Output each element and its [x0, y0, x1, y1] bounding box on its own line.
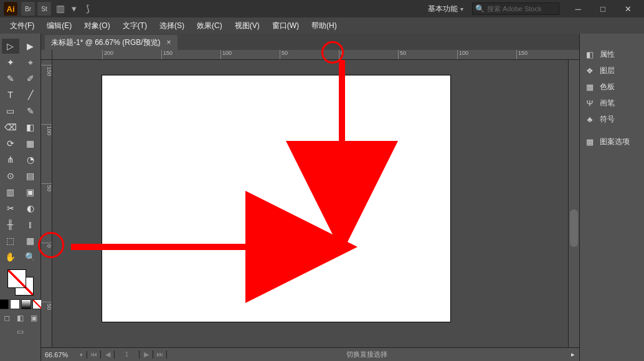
tool-0-0[interactable]: ▷	[2, 39, 19, 54]
gpu-icon[interactable]: ⟆	[81, 2, 95, 16]
search-stock-input[interactable]: 🔍 搜索 Adobe Stock	[472, 2, 559, 15]
menu-object[interactable]: 对象(O)	[78, 17, 116, 34]
tool-7-1[interactable]: ◔	[22, 152, 39, 167]
tool-6-0[interactable]: ⟳	[2, 136, 19, 151]
menu-effect[interactable]: 效果(C)	[191, 17, 229, 34]
ruler-origin[interactable]	[41, 50, 52, 60]
scrollbar-thumb[interactable]	[570, 209, 578, 247]
tab-bar: 未标题-1* @ 66.67% (RGB/预览) ×	[41, 34, 579, 50]
tool-5-0[interactable]: ⌫	[2, 120, 19, 135]
status-hint: 切换直接选择	[167, 350, 567, 359]
panel-brushes[interactable]: Ψ画笔	[580, 95, 644, 111]
tool-8-0[interactable]: ⊙	[2, 168, 19, 183]
fill-swatch[interactable]	[7, 269, 26, 288]
tool-13-1[interactable]: 🔍	[22, 249, 39, 264]
panel-swatches[interactable]: ▦色板	[580, 79, 644, 95]
tool-4-1[interactable]: ✎	[22, 103, 39, 118]
zoom-field[interactable]: 66.67% ▾	[41, 351, 87, 359]
chevron-down-icon[interactable]: ▾	[67, 2, 81, 16]
pattern-icon: ▩	[585, 137, 595, 147]
swatch-white[interactable]	[10, 299, 20, 309]
tool-12-0[interactable]: ⬚	[2, 233, 19, 248]
ruler-horizontal[interactable]: 20015010050050100150	[52, 50, 568, 60]
close-button[interactable]: ✕	[615, 0, 640, 17]
status-bar: 66.67% ▾ ⏮ ◀ 1 ▶ ⏭ 切换直接选择 ▸	[41, 347, 579, 361]
tool-10-0[interactable]: ✂	[2, 201, 19, 216]
artboard-first[interactable]: ⏮	[87, 350, 101, 359]
ruler-h-tick: 50	[280, 50, 288, 60]
titlebar: Ai Br St ▥ ▾ ⟆ 基本功能 ▾ 🔍 搜索 Adobe Stock ─…	[0, 0, 644, 17]
panel-properties[interactable]: ◧属性	[580, 46, 644, 62]
ruler-h-tick: 100	[457, 50, 468, 60]
artboard-prev[interactable]: ◀	[101, 350, 115, 359]
tool-5-1[interactable]: ◧	[22, 120, 39, 135]
status-menu[interactable]: ▸	[567, 350, 579, 359]
search-placeholder: 搜索 Adobe Stock	[487, 4, 541, 14]
ruler-h-tick: 150	[516, 50, 528, 60]
app-logo: Ai	[4, 2, 17, 16]
panel-symbols[interactable]: ♣符号	[580, 111, 644, 127]
tool-2-0[interactable]: ✎	[2, 71, 19, 86]
draw-mode-normal[interactable]: ◻	[1, 313, 12, 323]
draw-mode-inside[interactable]: ▣	[29, 313, 40, 323]
arrange-documents-button[interactable]: ▥	[54, 2, 67, 16]
workspace-switcher[interactable]: 基本功能 ▾	[424, 4, 467, 14]
canvas-viewport[interactable]	[52, 60, 568, 347]
properties-icon: ◧	[585, 50, 595, 59]
menu-view[interactable]: 视图(V)	[229, 17, 266, 34]
menu-window[interactable]: 窗口(W)	[266, 17, 305, 34]
menu-help[interactable]: 帮助(H)	[305, 17, 343, 34]
stock-button[interactable]: St	[37, 2, 51, 16]
bridge-button[interactable]: Br	[21, 2, 35, 16]
ruler-vertical[interactable]: 15010050050	[41, 60, 52, 347]
toolbox: ▷▶✦⌖✎✐T╱▭✎⌫◧⟳▦⋔◔⊙▤▥▣✂◐╫⫿⬚▦✋🔍 ◻ ◧ ▣ ▭	[0, 34, 41, 361]
tool-10-1[interactable]: ◐	[22, 201, 39, 216]
tool-1-1[interactable]: ⌖	[22, 55, 39, 70]
tool-7-0[interactable]: ⋔	[2, 152, 19, 167]
document-tab[interactable]: 未标题-1* @ 66.67% (RGB/预览) ×	[45, 35, 178, 50]
ruler-h-tick: 100	[220, 50, 232, 60]
minimize-button[interactable]: ─	[566, 0, 590, 17]
artboard-field[interactable]: 1	[115, 350, 140, 359]
tool-6-1[interactable]: ▦	[22, 136, 39, 151]
vertical-scrollbar[interactable]	[568, 60, 579, 347]
tool-12-1[interactable]: ▦	[22, 233, 39, 248]
tool-3-1[interactable]: ╱	[22, 87, 39, 102]
screen-mode-button[interactable]: ▭	[15, 327, 26, 337]
swatch-gradient[interactable]	[21, 299, 31, 309]
tool-9-1[interactable]: ▣	[22, 185, 39, 200]
draw-mode-behind[interactable]: ◧	[15, 313, 26, 323]
ruler-v-tick: 150	[41, 65, 52, 76]
tool-11-1[interactable]: ⫿	[22, 217, 39, 232]
right-panel-dock: ◧属性 ❖图层 ▦色板 Ψ画笔 ♣符号 ▩图案选项	[579, 34, 644, 361]
panel-layers[interactable]: ❖图层	[580, 62, 644, 79]
tool-9-0[interactable]: ▥	[2, 185, 19, 200]
menu-type[interactable]: 文字(T)	[116, 17, 153, 34]
ruler-v-tick: 100	[41, 124, 52, 135]
swatch-black[interactable]	[0, 299, 9, 309]
tab-close-icon[interactable]: ×	[167, 38, 171, 47]
tool-13-0[interactable]: ✋	[2, 249, 19, 264]
tool-8-1[interactable]: ▤	[22, 168, 39, 183]
artboard-last[interactable]: ⏭	[153, 350, 167, 359]
panel-pattern-options[interactable]: ▩图案选项	[580, 133, 644, 150]
menu-select[interactable]: 选择(S)	[153, 17, 191, 34]
brushes-icon: Ψ	[585, 99, 595, 108]
ruler-h-tick: 0	[339, 50, 344, 60]
maximize-button[interactable]: □	[590, 0, 615, 17]
tool-4-0[interactable]: ▭	[2, 103, 19, 118]
search-icon: 🔍	[475, 4, 485, 13]
tool-1-0[interactable]: ✦	[2, 55, 19, 70]
color-well[interactable]	[7, 269, 34, 296]
menu-file[interactable]: 文件(F)	[4, 17, 40, 34]
tool-2-1[interactable]: ✐	[22, 71, 39, 86]
menu-edit[interactable]: 编辑(E)	[40, 17, 78, 34]
document-tab-title: 未标题-1* @ 66.67% (RGB/预览)	[51, 37, 161, 48]
symbols-icon: ♣	[585, 115, 595, 124]
tool-3-0[interactable]: T	[2, 87, 19, 102]
artboard-next[interactable]: ▶	[140, 350, 153, 359]
ruler-h-tick: 150	[161, 50, 173, 60]
tool-0-1[interactable]: ▶	[22, 39, 39, 54]
ruler-h-tick: 200	[102, 50, 113, 60]
tool-11-0[interactable]: ╫	[2, 217, 19, 232]
